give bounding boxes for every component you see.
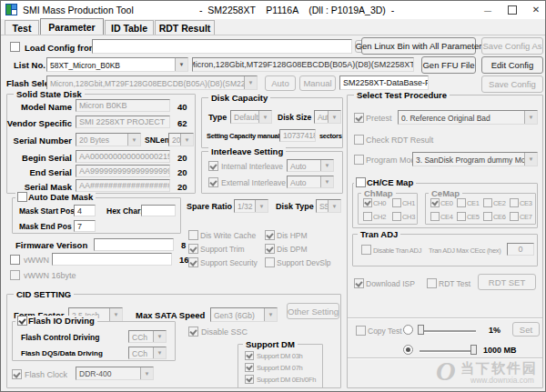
vwwn-16byte-checkbox[interactable] [10, 270, 20, 280]
disable-ssc-checkbox[interactable] [188, 327, 198, 337]
chevron-down-icon[interactable] [264, 308, 277, 321]
ce6-checkbox[interactable] [483, 212, 492, 221]
ch2-checkbox[interactable] [363, 212, 372, 221]
tran-adj-max-cecc-field[interactable]: 0 [507, 243, 534, 256]
check-rdt-result-checkbox[interactable] [354, 135, 364, 145]
download-isp-checkbox[interactable] [354, 278, 364, 288]
chevron-down-icon[interactable] [320, 176, 333, 187]
copy-test-checkbox[interactable] [356, 326, 366, 336]
tab-rdt-result[interactable]: RDT Result [155, 20, 215, 35]
flash-select-combo[interactable]: Micron,128Gbit,MT29F128G08EBCDB(B05A)(D8… [46, 75, 258, 90]
ce7-checkbox[interactable] [510, 212, 519, 221]
snlen-combo[interactable]: 20 [168, 133, 194, 146]
disk-type-combo[interactable]: SSD [316, 199, 341, 213]
vwwn-field[interactable] [52, 253, 172, 266]
capacity-manual-field[interactable]: 1073741824 [279, 129, 316, 142]
load-config-checkbox[interactable] [10, 42, 20, 52]
copy-size-slider-track[interactable] [420, 350, 476, 352]
other-setting-button[interactable]: Other Setting [287, 303, 339, 319]
capacity-type-combo[interactable]: Default [230, 110, 272, 124]
disk-size-combo[interactable]: Auto [314, 110, 341, 124]
ch3-checkbox[interactable] [392, 212, 401, 221]
load-config-input[interactable] [92, 39, 352, 54]
chevron-down-icon[interactable] [109, 308, 122, 321]
ce5-checkbox[interactable] [457, 212, 466, 221]
external-interleave-combo[interactable]: Auto [287, 176, 334, 188]
chevron-down-icon[interactable] [175, 58, 187, 71]
disable-tran-adj-checkbox[interactable] [361, 245, 371, 255]
chevron-down-icon[interactable] [258, 111, 271, 123]
chevron-down-icon[interactable] [153, 331, 166, 342]
support-security-checkbox[interactable] [188, 257, 198, 267]
chevron-down-icon[interactable] [524, 153, 537, 166]
chevron-down-icon[interactable] [127, 134, 140, 146]
pretest-checkbox[interactable] [354, 113, 364, 123]
program-mode-combo[interactable]: 3. SanDisk Program dummy Mode [412, 152, 538, 166]
gen-linux-bin-button[interactable]: Gen Linux Bin with All Parameter [361, 37, 476, 55]
minimize-button[interactable] [476, 1, 500, 18]
copy-size-slider-thumb[interactable] [470, 345, 477, 355]
flash-control-driving-combo[interactable]: CCh [128, 330, 167, 343]
internal-interleave-combo[interactable]: Auto [287, 159, 334, 172]
chevron-down-icon[interactable] [328, 111, 340, 123]
chevron-down-icon[interactable] [255, 200, 268, 212]
flash-clock-combo[interactable]: DDR-400 [76, 367, 154, 380]
support-dm-0eh-checkbox[interactable] [245, 375, 254, 384]
chevron-down-icon[interactable] [244, 76, 257, 89]
close-button[interactable] [524, 1, 546, 18]
chevron-down-icon[interactable] [180, 134, 193, 146]
support-devslp-checkbox[interactable] [265, 257, 275, 267]
external-interleave-checkbox[interactable] [208, 177, 218, 187]
flash-clock-checkbox[interactable] [12, 369, 22, 379]
model-name-field[interactable]: Micron B0KB [76, 99, 170, 112]
save-config-button[interactable]: Save Config [481, 75, 543, 93]
support-dm-03h-checkbox[interactable] [245, 351, 254, 360]
pretest-combo[interactable]: 0. Reference Original Bad [398, 110, 538, 125]
set-button[interactable]: Set [512, 322, 540, 337]
ch1-checkbox[interactable] [392, 198, 401, 207]
gen-ffu-file-button[interactable]: Gen FFU File [421, 56, 476, 74]
chevron-down-icon[interactable] [153, 347, 166, 358]
list-no-combo[interactable]: 58XT_Micron_B0KB [46, 57, 188, 72]
auto-button[interactable]: Auto [265, 75, 296, 91]
program-mode-checkbox[interactable] [354, 155, 364, 165]
copy-percent-radio[interactable] [403, 325, 413, 335]
chevron-down-icon[interactable] [328, 200, 340, 212]
internal-interleave-checkbox[interactable] [208, 161, 218, 171]
chce-map-checkbox[interactable] [356, 177, 366, 187]
firmware-version-field[interactable] [94, 238, 174, 251]
hex-char-field[interactable] [141, 205, 176, 216]
rdt-test-checkbox[interactable] [427, 278, 437, 288]
mask-start-pos-field[interactable]: 4 [74, 205, 96, 216]
ce0-checkbox[interactable] [430, 198, 440, 207]
maximize-button[interactable] [500, 1, 524, 18]
support-trim-checkbox[interactable] [188, 244, 198, 254]
edit-config-button[interactable]: Edit Config [481, 56, 543, 74]
serial-mask-field[interactable]: AA################## [76, 179, 170, 192]
serial-number-combo[interactable]: 20 Bytes [76, 133, 141, 146]
vendor-specific-field[interactable]: SMI 2258XT PROJECT [76, 116, 170, 128]
ce2-checkbox[interactable] [483, 198, 492, 207]
copy-size-radio[interactable] [403, 345, 413, 355]
mask-end-pos-field[interactable]: 7 [74, 220, 96, 232]
copy-percent-slider-thumb[interactable] [418, 325, 424, 335]
copy-percent-slider-track[interactable] [420, 330, 476, 332]
support-dm-07h-checkbox[interactable] [245, 363, 254, 372]
dis-dpm-checkbox[interactable] [265, 244, 275, 254]
chevron-down-icon[interactable] [140, 367, 153, 379]
tab-id-table[interactable]: ID Table [105, 20, 154, 35]
spare-ratio-combo[interactable]: 1/32 [234, 199, 268, 213]
end-serial-field[interactable]: AA999999999999999999 [76, 165, 170, 177]
tab-parameter[interactable]: Parameter [40, 18, 104, 35]
ce1-checkbox[interactable] [457, 198, 466, 207]
dis-write-cache-checkbox[interactable] [188, 230, 198, 240]
chevron-down-icon[interactable] [524, 111, 537, 124]
manual-button[interactable]: Manual [299, 75, 336, 91]
flash-io-driving-checkbox[interactable] [17, 316, 27, 326]
max-sata-speed-combo[interactable]: Gen3 (6Gb) [210, 307, 278, 322]
vwwn-checkbox[interactable] [10, 255, 20, 265]
ch0-checkbox[interactable] [363, 198, 372, 207]
flash-dqs-driving-combo[interactable]: CCh [128, 347, 167, 359]
chevron-down-icon[interactable] [320, 160, 333, 171]
save-config-as-button[interactable]: Save Config As [481, 37, 543, 55]
